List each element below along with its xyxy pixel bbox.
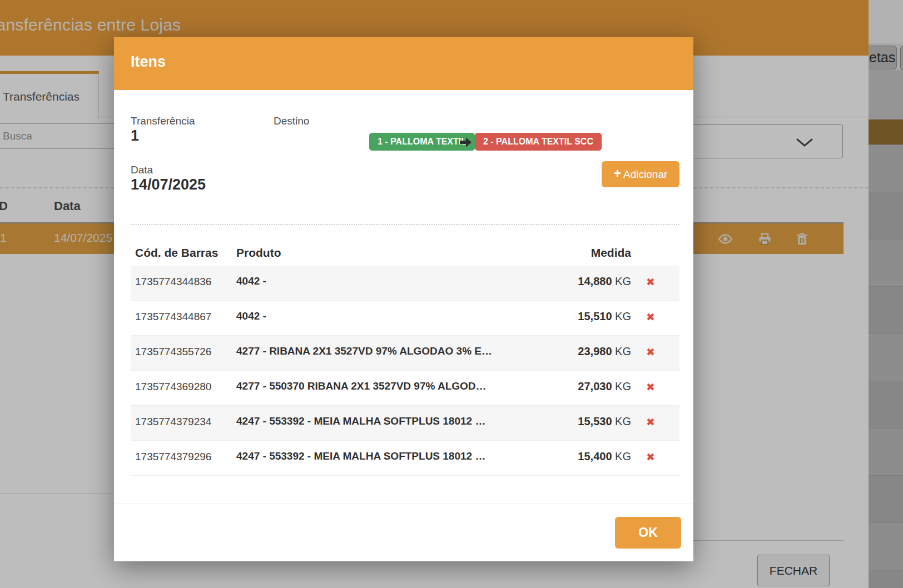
item-product: 4247 - 553392 - MEIA MALHA SOFTPLUS 1801… (236, 415, 514, 427)
item-measure: 23,980 KG (487, 345, 631, 358)
item-product: 4277 - 550370 RIBANA 2X1 3527VD 97% ALGO… (236, 380, 514, 392)
column-header-measure: Medida (520, 246, 631, 260)
modal-footer-divider (114, 504, 693, 504)
item-barcode: 1735774344836 (135, 276, 211, 288)
modal-header: Itens (114, 37, 693, 90)
destination-store-badge: 2 - PALLOMA TEXTIL SCC (475, 133, 602, 151)
destination-label: Destino (274, 115, 309, 127)
remove-item-button[interactable]: ✖ (639, 415, 662, 429)
items-table-header: Cód. de Barras Produto Medida (131, 243, 679, 266)
adicionar-button[interactable]: + Adicionar (602, 161, 679, 187)
itens-modal: Itens Transferência 1 Destino 1 - PALLOM… (114, 37, 693, 561)
item-measure: 14,880 KG (487, 275, 631, 288)
item-measure: 15,400 KG (487, 450, 631, 463)
item-barcode: 1735774369280 (135, 381, 211, 393)
items-table-body: 1735774344836 4042 - 14,880 KG ✖ 1735774… (131, 266, 679, 476)
item-product: 4277 - RIBANA 2X1 3527VD 97% ALGODAO 3% … (236, 345, 514, 357)
remove-item-button[interactable]: ✖ (639, 310, 662, 324)
item-row: 1735774369280 4277 - 550370 RIBANA 2X1 3… (131, 371, 679, 406)
date-label: Data (131, 164, 153, 176)
remove-item-button[interactable]: ✖ (639, 275, 662, 289)
item-measure: 27,030 KG (487, 380, 631, 393)
screen: etas Transferências entre Lojas Transfer… (0, 0, 903, 588)
transfer-label: Transferência (131, 115, 195, 127)
adicionar-label: Adicionar (623, 168, 667, 181)
plus-icon: + (614, 166, 621, 181)
item-product: 4042 - (236, 310, 514, 322)
transfer-value: 1 (131, 127, 139, 144)
item-barcode: 1735774379234 (135, 416, 211, 428)
item-product: 4247 - 553392 - MEIA MALHA SOFTPLUS 1801… (236, 450, 514, 462)
column-header-barcode: Cód. de Barras (135, 246, 218, 260)
item-row: 1735774379234 4247 - 553392 - MEIA MALHA… (131, 406, 679, 441)
date-value: 14/07/2025 (131, 176, 206, 193)
item-row: 1735774344836 4042 - 14,880 KG ✖ (131, 266, 679, 301)
item-barcode: 1735774379296 (135, 451, 211, 463)
modal-title: Itens (131, 53, 166, 71)
remove-item-button[interactable]: ✖ (639, 345, 662, 359)
column-header-product: Produto (236, 246, 281, 260)
arrow-right-icon (459, 136, 473, 149)
dotted-separator (131, 224, 679, 225)
item-barcode: 1735774355726 (135, 346, 211, 358)
item-row: 1735774355726 4277 - RIBANA 2X1 3527VD 9… (131, 336, 679, 371)
item-row: 1735774344867 4042 - 15,510 KG ✖ (131, 301, 679, 336)
item-product: 4042 - (236, 275, 514, 287)
ok-button[interactable]: OK (615, 517, 681, 549)
remove-item-button[interactable]: ✖ (639, 450, 662, 464)
item-measure: 15,530 KG (487, 415, 631, 428)
item-barcode: 1735774344867 (135, 311, 211, 323)
item-measure: 15,510 KG (487, 310, 631, 323)
remove-item-button[interactable]: ✖ (639, 380, 662, 394)
item-row: 1735774379296 4247 - 553392 - MEIA MALHA… (131, 441, 679, 476)
